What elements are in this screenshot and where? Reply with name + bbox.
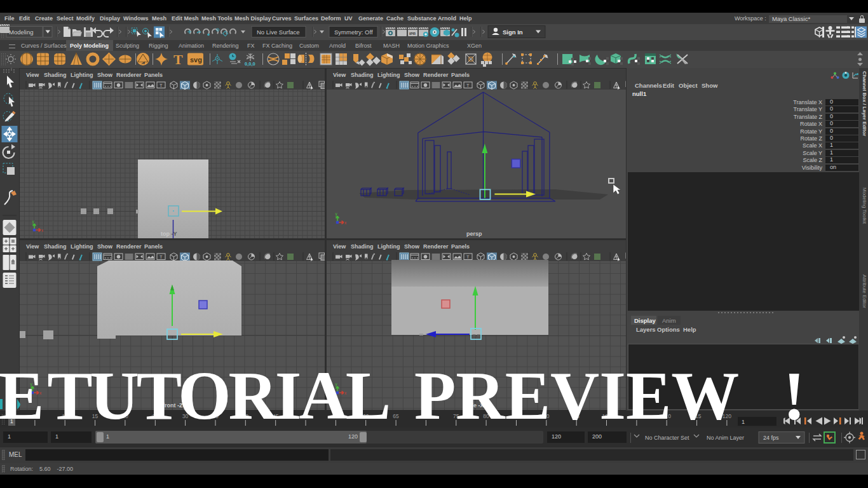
svg-text:svg: svg [190, 56, 202, 64]
svg-text:No Anim Layer: No Anim Layer [707, 435, 744, 441]
svg-text:Sign In: Sign In [503, 29, 523, 36]
svg-text:No Character Set: No Character Set [645, 435, 689, 441]
svg-text:24 fps: 24 fps [763, 435, 779, 441]
svg-text:IPR: IPR [409, 32, 416, 36]
svg-text:T: T [173, 51, 183, 67]
svg-text:No Live Surface: No Live Surface [257, 29, 300, 36]
svg-text:Symmetry: Off: Symmetry: Off [334, 29, 373, 36]
svg-text:Modeling: Modeling [9, 29, 34, 36]
svg-text:0,0,0: 0,0,0 [245, 61, 255, 67]
